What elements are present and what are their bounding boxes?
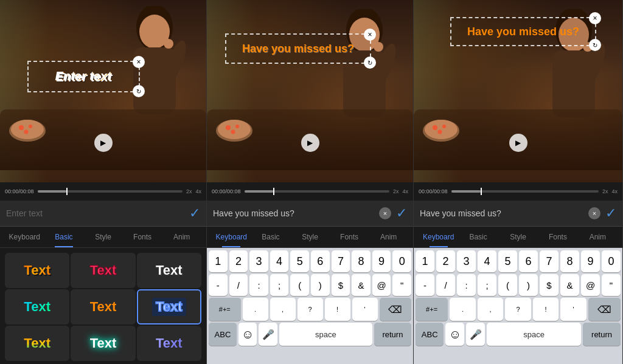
tab-style-2[interactable]: Style — [290, 230, 330, 244]
style-preset-1[interactable]: Text — [5, 253, 69, 288]
key-amp-2[interactable]: & — [352, 274, 371, 296]
key-abc-3[interactable]: ABC — [416, 323, 444, 346]
timeline-bar-3[interactable] — [451, 190, 599, 193]
key-8-3[interactable]: 8 — [560, 250, 579, 272]
tab-anim-2[interactable]: Anim — [369, 230, 408, 244]
style-preset-4[interactable]: Text — [5, 289, 69, 325]
key-3-3[interactable]: 3 — [457, 250, 476, 272]
input-clear-2[interactable]: × — [379, 207, 391, 219]
key-return-3[interactable]: return — [583, 323, 621, 346]
tab-keyboard-3[interactable]: Keyboard — [419, 230, 458, 244]
key-backspace-2[interactable]: ⌫ — [380, 298, 412, 321]
key-slash-3[interactable]: / — [436, 274, 455, 296]
key-apostrophe-2[interactable]: ' — [352, 298, 378, 321]
key-at-3[interactable]: @ — [581, 274, 600, 296]
key-3-2[interactable]: 3 — [249, 250, 268, 272]
tab-keyboard-1[interactable]: Keyboard — [5, 230, 44, 244]
key-return-2[interactable]: return — [374, 323, 411, 346]
key-semicolon-3[interactable]: ; — [478, 274, 496, 296]
key-4-3[interactable]: 4 — [478, 250, 496, 272]
tab-basic-1[interactable]: Basic — [44, 230, 84, 244]
key-0-2[interactable]: 0 — [392, 250, 411, 272]
play-button-2[interactable]: ▶ — [301, 134, 319, 152]
style-preset-8[interactable]: Text — [71, 326, 135, 361]
text-overlay-rotate-2[interactable]: ↻ — [364, 57, 376, 69]
text-input-field-1[interactable] — [6, 208, 184, 218]
input-clear-3[interactable]: × — [588, 207, 600, 219]
key-lparen-2[interactable]: ( — [290, 274, 309, 296]
key-9-3[interactable]: 9 — [581, 250, 600, 272]
timeline-bar-1[interactable] — [38, 190, 183, 193]
key-8-2[interactable]: 8 — [352, 250, 371, 272]
key-1-3[interactable]: 1 — [416, 250, 434, 272]
style-preset-7[interactable]: Text — [5, 326, 69, 361]
key-2-3[interactable]: 2 — [436, 250, 455, 272]
key-emoji-3[interactable]: ☺ — [445, 323, 464, 346]
key-7-2[interactable]: 7 — [332, 250, 350, 272]
key-abc-2[interactable]: ABC — [209, 323, 237, 346]
key-rparen-2[interactable]: ) — [311, 274, 330, 296]
key-dash-3[interactable]: - — [416, 274, 434, 296]
key-rparen-3[interactable]: ) — [519, 274, 538, 296]
style-preset-3[interactable]: Text — [137, 253, 201, 288]
key-space-2[interactable]: space — [279, 323, 372, 346]
key-comma-2[interactable]: , — [270, 298, 296, 321]
input-confirm-2[interactable]: ✓ — [396, 205, 407, 221]
play-button-3[interactable]: ▶ — [509, 134, 527, 152]
key-2-2[interactable]: 2 — [229, 250, 248, 272]
tab-style-3[interactable]: Style — [498, 230, 538, 244]
key-1-2[interactable]: 1 — [209, 250, 228, 272]
key-comma-3[interactable]: , — [478, 298, 504, 321]
tab-fonts-3[interactable]: Fonts — [538, 230, 577, 244]
tab-fonts-1[interactable]: Fonts — [123, 230, 162, 244]
key-colon-2[interactable]: : — [249, 274, 268, 296]
key-colon-3[interactable]: : — [457, 274, 476, 296]
text-overlay-box-2[interactable]: Have you missed us? × ↻ — [225, 33, 371, 64]
key-question-2[interactable]: ? — [298, 298, 323, 321]
key-mic-2[interactable]: 🎤 — [259, 323, 277, 346]
key-period-3[interactable]: . — [450, 298, 476, 321]
key-apostrophe-3[interactable]: ' — [560, 298, 586, 321]
text-overlay-close-3[interactable]: × — [589, 12, 601, 24]
key-lparen-3[interactable]: ( — [498, 274, 517, 296]
key-6-3[interactable]: 6 — [519, 250, 538, 272]
key-amp-3[interactable]: & — [560, 274, 579, 296]
key-exclaim-2[interactable]: ! — [325, 298, 350, 321]
key-6-2[interactable]: 6 — [311, 250, 330, 272]
style-preset-9[interactable]: Text — [137, 326, 201, 361]
key-7-3[interactable]: 7 — [540, 250, 559, 272]
key-5-2[interactable]: 5 — [290, 250, 309, 272]
text-input-field-3[interactable] — [420, 208, 583, 218]
key-period-2[interactable]: . — [243, 298, 268, 321]
text-overlay-rotate-1[interactable]: ↻ — [133, 85, 145, 97]
key-5-3[interactable]: 5 — [498, 250, 517, 272]
tab-basic-3[interactable]: Basic — [458, 230, 498, 244]
timeline-bar-2[interactable] — [245, 190, 389, 193]
key-dash-2[interactable]: - — [209, 274, 228, 296]
key-quote-2[interactable]: " — [392, 274, 411, 296]
tab-anim-1[interactable]: Anim — [162, 230, 201, 244]
key-9-2[interactable]: 9 — [372, 250, 391, 272]
style-preset-5[interactable]: Text — [71, 289, 135, 325]
tab-fonts-2[interactable]: Fonts — [330, 230, 369, 244]
key-numsym-2[interactable]: #+= — [209, 298, 241, 321]
key-numsym-3[interactable]: #+= — [416, 298, 448, 321]
key-emoji-2[interactable]: ☺ — [238, 323, 257, 346]
input-confirm-1[interactable]: ✓ — [189, 205, 200, 221]
style-preset-2[interactable]: Text — [71, 253, 135, 288]
key-dollar-2[interactable]: $ — [332, 274, 350, 296]
key-question-3[interactable]: ? — [505, 298, 531, 321]
text-overlay-close-2[interactable]: × — [364, 29, 376, 41]
text-overlay-box-3[interactable]: Have you missed us? × ↻ — [450, 17, 596, 46]
key-slash-2[interactable]: / — [229, 274, 248, 296]
key-dollar-3[interactable]: $ — [540, 274, 559, 296]
key-space-3[interactable]: space — [487, 323, 581, 346]
style-preset-6[interactable]: Text — [137, 289, 201, 325]
key-4-2[interactable]: 4 — [270, 250, 289, 272]
text-input-field-2[interactable] — [213, 208, 374, 218]
key-semicolon-2[interactable]: ; — [270, 274, 289, 296]
tab-anim-3[interactable]: Anim — [578, 230, 618, 244]
input-confirm-3[interactable]: ✓ — [605, 205, 616, 221]
text-overlay-box-1[interactable]: Enter text × ↻ — [27, 61, 140, 92]
text-overlay-close-1[interactable]: × — [133, 56, 145, 68]
